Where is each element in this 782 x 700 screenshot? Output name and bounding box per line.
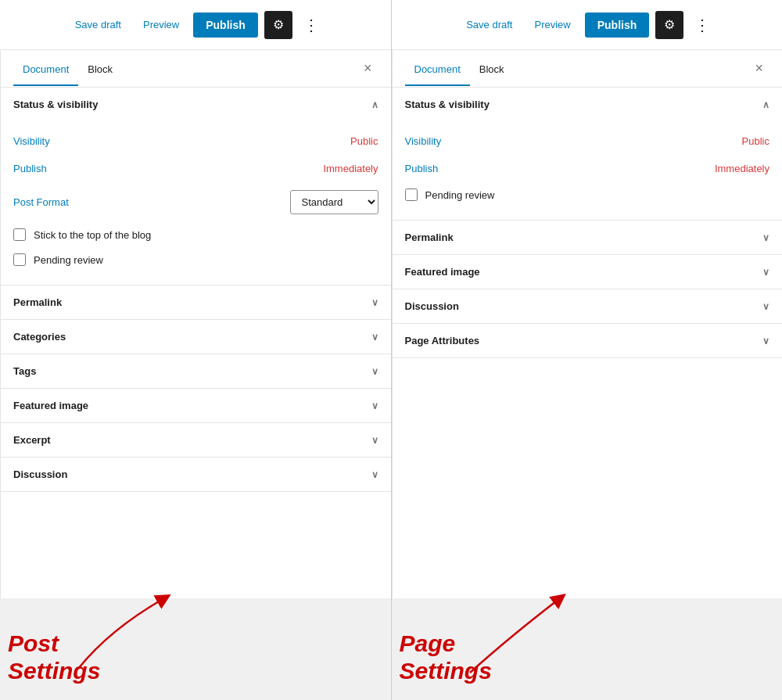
left-preview-button[interactable]: Preview <box>135 14 187 35</box>
left-section-status-header[interactable]: Status & visibility ∧ <box>1 88 391 121</box>
right-tab-close[interactable]: × <box>748 57 769 80</box>
left-format-select[interactable]: Standard Aside Image Video Quote Link Ga… <box>290 190 378 214</box>
left-section-categories-label: Categories <box>13 331 66 343</box>
left-section-status-body: Visibility Public Publish Immediately Po… <box>1 121 391 285</box>
left-gear-button[interactable]: ⚙ <box>264 11 292 39</box>
left-format-row: Post Format Standard Aside Image Video Q… <box>13 182 378 222</box>
left-annotation-text: Post Settings <box>8 630 100 684</box>
left-publish-value[interactable]: Immediately <box>323 163 378 174</box>
right-section-status-chevron: ∧ <box>762 99 769 110</box>
left-section-categories: Categories ∨ <box>1 320 391 354</box>
right-section-permalink-label: Permalink <box>405 232 454 243</box>
right-section-page-attributes: Page Attributes ∨ <box>393 324 783 358</box>
right-preview-button[interactable]: Preview <box>526 14 578 35</box>
right-section-status-body: Visibility Public Publish Immediately Pe… <box>393 121 783 220</box>
left-section-status: Status & visibility ∧ Visibility Public … <box>1 88 391 285</box>
right-section-featured-image: Featured image ∨ <box>393 255 783 289</box>
right-section-status: Status & visibility ∧ Visibility Public … <box>393 88 783 221</box>
right-section-featured-image-chevron: ∨ <box>762 267 769 278</box>
right-section-discussion-header[interactable]: Discussion ∨ <box>393 289 783 323</box>
left-section-categories-chevron: ∨ <box>371 332 378 343</box>
right-tab-bar: Document Block × <box>393 50 783 88</box>
left-section-permalink-header[interactable]: Permalink ∨ <box>1 285 391 319</box>
left-publish-label[interactable]: Publish <box>13 163 47 174</box>
left-section-featured-image-chevron: ∨ <box>371 400 378 411</box>
left-sidebar: Document Block × Status & visibility ∧ <box>0 50 391 598</box>
left-toolbar: Save draft Preview Publish ⚙ ⋮ <box>0 0 391 50</box>
left-stick-label: Stick to the top of the blog <box>34 229 151 241</box>
left-section-featured-image-header[interactable]: Featured image ∨ <box>1 389 391 422</box>
left-section-tags-header[interactable]: Tags ∨ <box>1 354 391 388</box>
right-section-discussion: Discussion ∨ <box>393 289 783 324</box>
right-section-status-label: Status & visibility <box>405 99 490 110</box>
left-tab-close[interactable]: × <box>357 57 378 80</box>
left-section-excerpt-label: Excerpt <box>13 434 51 446</box>
left-section-featured-image: Featured image ∨ <box>1 389 391 423</box>
right-visibility-row: Visibility Public <box>405 127 770 155</box>
left-annotation-area: Post Settings <box>0 598 391 700</box>
left-publish-row: Publish Immediately <box>13 155 378 182</box>
right-sidebar: Document Block × Status & visibility ∧ <box>392 50 783 598</box>
right-dots-button[interactable]: ⋮ <box>690 14 715 36</box>
left-section-tags-label: Tags <box>13 365 36 377</box>
right-section-permalink-chevron: ∨ <box>762 232 769 243</box>
right-publish-value[interactable]: Immediately <box>715 163 769 174</box>
left-dots-button[interactable]: ⋮ <box>299 14 324 36</box>
left-tab-document[interactable]: Document <box>13 52 78 86</box>
left-section-excerpt-header[interactable]: Excerpt ∨ <box>1 423 391 457</box>
left-section-categories-header[interactable]: Categories ∨ <box>1 320 391 354</box>
right-section-discussion-chevron: ∨ <box>762 301 769 312</box>
left-section-permalink-label: Permalink <box>13 296 62 308</box>
left-section-status-chevron: ∧ <box>371 99 378 110</box>
right-publish-button[interactable]: Publish <box>585 13 650 38</box>
right-annotation-text: Page Settings <box>400 630 492 684</box>
left-visibility-label[interactable]: Visibility <box>13 135 50 147</box>
left-visibility-value[interactable]: Public <box>350 135 378 147</box>
left-stick-checkbox[interactable] <box>13 228 26 241</box>
right-tab-document[interactable]: Document <box>405 52 470 86</box>
left-pending-checkbox[interactable] <box>13 253 26 266</box>
right-section-page-attributes-header[interactable]: Page Attributes ∨ <box>393 324 783 357</box>
left-section-discussion-header[interactable]: Discussion ∨ <box>1 458 391 491</box>
right-publish-row: Publish Immediately <box>405 155 770 182</box>
right-tab-block[interactable]: Block <box>470 52 514 86</box>
left-save-draft-button[interactable]: Save draft <box>67 14 129 35</box>
right-sidebar-content: Status & visibility ∧ Visibility Public … <box>393 88 783 598</box>
right-save-draft-button[interactable]: Save draft <box>458 14 520 35</box>
right-pending-checkbox[interactable] <box>405 188 418 201</box>
left-section-excerpt-chevron: ∨ <box>371 435 378 446</box>
left-stick-to-top-row: Stick to the top of the blog <box>13 222 378 247</box>
left-visibility-row: Visibility Public <box>13 127 378 155</box>
right-gear-button[interactable]: ⚙ <box>655 11 683 39</box>
right-publish-label[interactable]: Publish <box>405 163 439 174</box>
left-publish-button[interactable]: Publish <box>193 13 258 38</box>
left-tab-bar: Document Block × <box>1 50 391 88</box>
right-pending-label: Pending review <box>425 189 495 201</box>
left-sidebar-content: Status & visibility ∧ Visibility Public … <box>1 88 391 598</box>
left-section-tags-chevron: ∨ <box>371 366 378 377</box>
right-toolbar: Save draft Preview Publish ⚙ ⋮ <box>392 0 783 50</box>
left-section-status-label: Status & visibility <box>13 99 98 110</box>
right-section-featured-image-header[interactable]: Featured image ∨ <box>393 255 783 289</box>
left-section-featured-image-label: Featured image <box>13 400 88 411</box>
left-format-label: Post Format <box>13 196 69 208</box>
right-section-page-attributes-label: Page Attributes <box>405 335 480 346</box>
right-section-permalink-header[interactable]: Permalink ∨ <box>393 221 783 254</box>
left-pending-row: Pending review <box>13 247 378 272</box>
right-section-permalink: Permalink ∨ <box>393 221 783 255</box>
left-pending-label: Pending review <box>34 254 103 266</box>
left-tab-block[interactable]: Block <box>78 52 122 86</box>
left-section-excerpt: Excerpt ∨ <box>1 423 391 458</box>
left-section-permalink: Permalink ∨ <box>1 285 391 320</box>
left-section-permalink-chevron: ∨ <box>371 297 378 308</box>
right-section-page-attributes-chevron: ∨ <box>762 336 769 346</box>
left-section-tags: Tags ∨ <box>1 354 391 389</box>
left-section-discussion: Discussion ∨ <box>1 458 391 492</box>
right-section-status-header[interactable]: Status & visibility ∧ <box>393 88 783 121</box>
right-pending-row: Pending review <box>405 182 770 207</box>
right-visibility-label[interactable]: Visibility <box>405 135 442 147</box>
right-annotation-area: Page Settings <box>392 598 783 700</box>
left-section-discussion-label: Discussion <box>13 468 67 480</box>
right-section-discussion-label: Discussion <box>405 300 459 312</box>
right-visibility-value[interactable]: Public <box>742 135 769 147</box>
